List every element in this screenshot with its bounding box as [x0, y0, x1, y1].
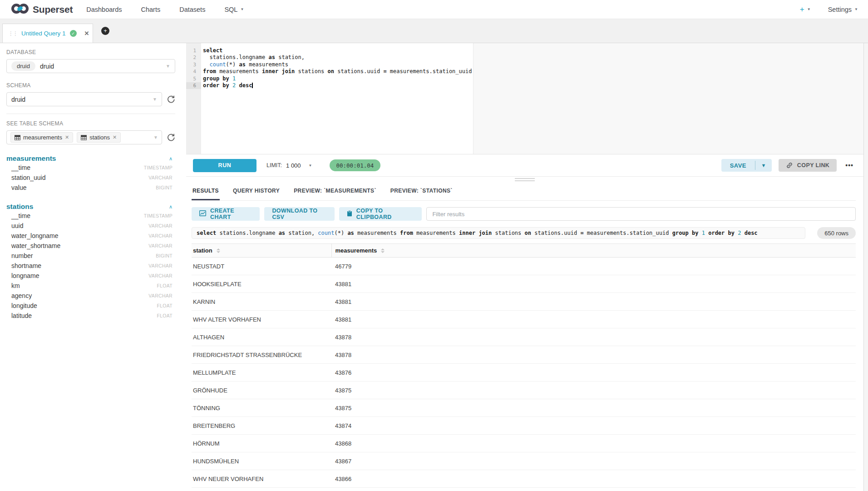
code-line: stations.longname as station, [203, 54, 863, 61]
schema-table-header[interactable]: measurements∧ [6, 154, 175, 163]
cell-measurements: 43881 [331, 293, 856, 311]
cell-measurements: 43878 [331, 346, 856, 364]
gutter-line-number: 2 [186, 54, 201, 61]
tab-untitled-query-1[interactable]: ⋮⋮ Untitled Query 1 ✓ ✕ [2, 24, 93, 43]
cell-station: HUNDSMÜHLEN [192, 452, 331, 470]
results-tab-2[interactable]: PREVIEW: `MEASUREMENTS` [293, 183, 377, 200]
code-line: from measurements inner join stations on… [203, 68, 863, 75]
results-tab-0[interactable]: RESULTS [192, 183, 220, 200]
column-name: value [11, 184, 26, 191]
nav-item-charts[interactable]: Charts [141, 6, 160, 13]
action-button-download-to-csv[interactable]: DOWNLOAD TO CSV [264, 207, 334, 221]
filter-results-input[interactable] [426, 207, 856, 221]
sql-token: order by [203, 82, 229, 89]
copy-link-button[interactable]: COPY LINK [779, 159, 837, 172]
text-cursor [252, 83, 253, 88]
schema-column-row: water_shortnameVARCHAR [6, 241, 175, 251]
settings-menu[interactable]: Settings ▼ [828, 6, 858, 13]
table-pill-stations[interactable]: stations ✕ [77, 132, 121, 143]
sort-icon[interactable] [217, 248, 220, 253]
schema-column-row: longitudeFLOAT [6, 301, 175, 311]
limit-dropdown[interactable]: LIMIT: 1 000 ▼ [266, 162, 312, 169]
sql-token: desc [745, 230, 758, 236]
action-button-create-chart[interactable]: CREATE CHART [192, 207, 260, 221]
table-select[interactable]: measurements ✕ stations ✕ ▼ [6, 130, 162, 144]
sql-token: inner join [459, 230, 492, 236]
add-tab-wrap: + [101, 19, 109, 43]
column-header-measurements[interactable]: measurements [331, 244, 856, 258]
code-line: order by 2 desc [203, 82, 863, 89]
sql-editor[interactable]: 123456 select stations.longname as stati… [186, 43, 863, 154]
database-select[interactable]: druid druid ▼ [6, 59, 175, 73]
more-options-button[interactable]: ••• [845, 162, 853, 169]
table-pill-measurements[interactable]: measurements ✕ [10, 132, 73, 143]
nav-item-datasets[interactable]: Datasets [179, 6, 205, 13]
column-name: longitude [11, 302, 37, 309]
chevron-down-icon: ▼ [153, 97, 157, 102]
drag-handle-icon[interactable]: ⋮⋮ [8, 31, 17, 36]
nav-item-sql[interactable]: SQL ▼ [224, 6, 244, 13]
results-tab-1[interactable]: QUERY HISTORY [232, 183, 281, 200]
sql-token: measurements [216, 68, 262, 74]
cell-measurements: 43867 [331, 452, 856, 470]
save-button[interactable]: SAVE [721, 159, 755, 172]
sql-token [203, 61, 209, 68]
sql-token: measurements [246, 61, 288, 68]
close-icon[interactable]: ✕ [113, 134, 117, 140]
collapse-chevron-icon[interactable]: ∧ [169, 204, 173, 210]
scrollbar[interactable] [863, 43, 868, 491]
refresh-icon[interactable] [167, 133, 175, 142]
column-type: BIGINT [156, 185, 173, 190]
code-line: select [203, 47, 863, 54]
save-dropdown-button[interactable]: ▼ [755, 159, 772, 172]
close-icon[interactable]: ✕ [65, 134, 69, 140]
column-name: latitude [11, 312, 32, 319]
collapse-chevron-icon[interactable]: ∧ [169, 156, 173, 162]
column-name: km [11, 282, 20, 289]
table-row: WHV ALTER VORHAFEN43881 [192, 311, 856, 328]
sql-token: as [269, 54, 275, 60]
sql-token: (*) [226, 61, 239, 68]
column-type: VARCHAR [148, 243, 173, 248]
table-schema-label: SEE TABLE SCHEMA [6, 120, 175, 127]
editor-code[interactable]: select stations.longname as station, cou… [203, 47, 863, 89]
run-button[interactable]: RUN [193, 159, 256, 172]
sql-token: on [328, 68, 334, 74]
database-type-pill: druid [11, 61, 35, 71]
close-icon[interactable]: ✕ [84, 30, 89, 37]
schema-table-header[interactable]: stations∧ [6, 203, 175, 211]
schema-column-row: numberBIGINT [6, 251, 175, 261]
sql-token: desc [239, 82, 252, 89]
superset-brand[interactable]: Superset [11, 3, 73, 16]
sql-token: = [580, 230, 583, 236]
cell-measurements: 43874 [331, 417, 856, 435]
sql-token [698, 230, 701, 236]
action-button-copy-to-clipboard[interactable]: COPY TO CLIPBOARD [339, 207, 422, 221]
brand-name: Superset [33, 4, 73, 15]
cell-station: GRÖNHUDE [192, 382, 331, 399]
results-tab-3[interactable]: PREVIEW: `STATIONS` [390, 183, 454, 200]
new-item-menu[interactable]: + ▼ [800, 5, 811, 13]
chevron-down-icon: ▼ [153, 135, 158, 140]
column-name: water_shortname [11, 242, 60, 249]
sql-token: as [347, 230, 354, 236]
sql-token: group by [672, 230, 699, 236]
sql-token: as [279, 230, 285, 236]
column-header-station[interactable]: station [192, 244, 331, 258]
schema-column-row: __timeTIMESTAMP [6, 163, 175, 173]
resize-handle-icon[interactable] [515, 178, 535, 183]
column-name: water_longname [11, 232, 59, 239]
chart-icon [199, 210, 206, 218]
schema-select[interactable]: druid ▼ [6, 92, 162, 106]
schema-column-row: latitudeFLOAT [6, 311, 175, 321]
refresh-icon[interactable] [167, 95, 175, 104]
nav-item-dashboards[interactable]: Dashboards [86, 6, 122, 13]
sort-icon[interactable] [381, 248, 385, 253]
add-tab-button[interactable]: + [101, 27, 109, 35]
sql-token: stations [492, 230, 524, 236]
query-timer-badge: 00:00:01.04 [330, 159, 381, 171]
table-row: MELLUMPLATE43876 [192, 364, 856, 382]
sql-token: stations.longname [203, 54, 269, 60]
gutter-line-number: 1 [186, 47, 201, 54]
column-name: longname [11, 272, 39, 279]
